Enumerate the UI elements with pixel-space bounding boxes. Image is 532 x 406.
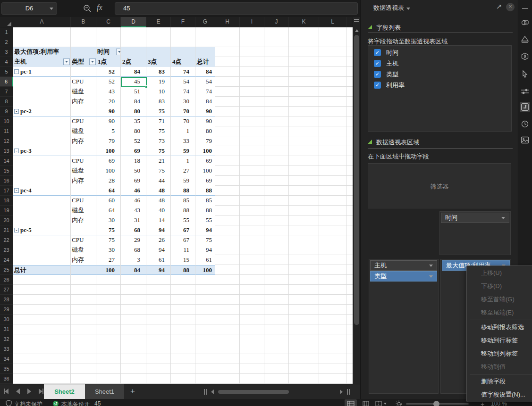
row-header-6[interactable]: 6 xyxy=(0,77,13,87)
field-checkbox[interactable]: ✓ xyxy=(374,82,381,89)
pivot-cell[interactable]: 100 xyxy=(195,166,215,176)
close-panel-icon[interactable]: × xyxy=(506,3,515,11)
menu-item-删除字段[interactable]: 删除字段 xyxy=(467,375,532,388)
row-header-32[interactable]: 32 xyxy=(0,334,13,344)
pivot-cell[interactable]: 84 xyxy=(121,97,146,107)
pivot-cell[interactable]: 85 xyxy=(171,196,195,206)
pivot-cell[interactable]: 48 xyxy=(146,196,171,206)
select-cursor-icon[interactable] xyxy=(520,69,530,79)
pivot-cell[interactable]: 83 xyxy=(146,67,171,77)
pivot-cell[interactable]: 88 xyxy=(195,186,215,196)
collapse-group-button[interactable]: - xyxy=(14,149,19,153)
pivot-cell[interactable]: 69 xyxy=(121,146,146,156)
row-header-35[interactable]: 35 xyxy=(0,364,13,374)
pivot-cell[interactable] xyxy=(13,87,71,97)
menu-item-移动到报表筛选[interactable]: 移动到报表筛选 xyxy=(467,321,532,334)
split-handle-icon[interactable] xyxy=(354,19,359,22)
filter-dropdown-button[interactable] xyxy=(89,58,96,65)
column-header-I[interactable]: I xyxy=(240,17,264,27)
row-header-17[interactable]: 17 xyxy=(0,186,13,196)
row-header-31[interactable]: 31 xyxy=(0,324,13,334)
pivot-cell[interactable]: -pc-2 xyxy=(13,107,71,116)
menu-item-移动到行标签[interactable]: 移动到行标签 xyxy=(467,334,532,347)
pivot-cell[interactable]: 1 xyxy=(171,156,195,166)
row-header-22[interactable]: 22 xyxy=(0,235,13,245)
row-header-28[interactable]: 28 xyxy=(0,295,13,305)
pivot-cell[interactable] xyxy=(13,126,71,136)
pivot-cell[interactable]: 51 xyxy=(121,87,146,97)
pivot-cell[interactable]: 100 xyxy=(96,146,121,156)
pivot-cell[interactable]: 54 xyxy=(195,77,215,87)
column-header-F[interactable]: F xyxy=(171,17,195,27)
pivot-cell[interactable]: 84 xyxy=(121,67,146,77)
pivot-cell[interactable] xyxy=(13,196,71,206)
last-sheet-button[interactable] xyxy=(39,389,43,394)
scroll-up-arrow-icon[interactable] xyxy=(355,29,359,32)
menu-item-值字段设置(N)...[interactable]: 值字段设置(N)... xyxy=(467,388,532,401)
pivot-cell[interactable]: 52 xyxy=(96,67,121,77)
pivot-cell[interactable]: 29 xyxy=(121,235,146,245)
pivot-cell[interactable]: 64 xyxy=(96,206,121,215)
row-header-4[interactable]: 4 xyxy=(0,57,13,67)
pivot-cell[interactable]: 15 xyxy=(171,255,195,265)
pivot-cell[interactable]: 43 xyxy=(121,206,146,215)
pivot-cell[interactable] xyxy=(71,146,96,156)
pivot-cell[interactable]: 64 xyxy=(96,186,121,196)
pivot-cell[interactable]: 46 xyxy=(121,196,146,206)
pivot-cell[interactable] xyxy=(171,47,195,57)
pivot-cell[interactable]: 54 xyxy=(171,77,195,87)
row-area-item-类型[interactable]: 类型 xyxy=(370,271,437,282)
pivot-cell[interactable]: 类型 xyxy=(71,57,96,67)
menu-item-移动到列标签[interactable]: 移动到列标签 xyxy=(467,347,532,360)
chevron-down-icon[interactable] xyxy=(50,8,53,10)
section-collapse-icon[interactable] xyxy=(368,25,372,29)
pivot-cell[interactable]: 30 xyxy=(96,245,121,255)
pivot-cell[interactable]: 68 xyxy=(121,245,146,255)
pivot-cell[interactable] xyxy=(146,47,171,57)
row-header-11[interactable]: 11 xyxy=(0,126,13,136)
vertical-scrollbar-thumb[interactable] xyxy=(354,35,359,325)
pivot-cell[interactable]: 磁盘 xyxy=(71,206,96,215)
column-header-K[interactable]: K xyxy=(289,17,319,27)
pivot-cell[interactable]: CPU xyxy=(71,116,96,126)
sheet-tab-sheet1[interactable]: Sheet1 xyxy=(85,384,124,399)
zoom-slider-thumb[interactable] xyxy=(433,401,439,406)
pivot-cell[interactable]: 80 xyxy=(195,126,215,136)
pivot-cell[interactable]: 71 xyxy=(146,116,171,126)
pivot-cell[interactable] xyxy=(13,97,71,107)
pivot-cell[interactable]: 40 xyxy=(146,206,171,215)
pivot-cell[interactable]: 75 xyxy=(96,225,121,235)
row-area-box[interactable]: 主机类型 xyxy=(369,259,439,394)
sheet-tab-sheet2[interactable]: Sheet2 xyxy=(44,384,85,399)
pivot-cell[interactable]: 90 xyxy=(195,116,215,126)
add-sheet-button[interactable]: + xyxy=(130,387,135,396)
column-header-J[interactable]: J xyxy=(264,17,289,27)
pivot-cell[interactable]: 74 xyxy=(171,87,195,97)
prev-sheet-button[interactable] xyxy=(16,389,20,394)
row-header-15[interactable]: 15 xyxy=(0,166,13,176)
pivot-cell[interactable]: 33 xyxy=(171,136,195,146)
row-header-23[interactable]: 23 xyxy=(0,245,13,255)
field-checkbox[interactable]: ✓ xyxy=(374,60,381,67)
pivot-cell[interactable]: 69 xyxy=(195,176,215,186)
hscroll-split-handle[interactable] xyxy=(347,389,350,395)
pivot-cell[interactable] xyxy=(13,235,71,245)
pivot-cell[interactable]: -pc-1 xyxy=(13,67,71,77)
pivot-cell[interactable]: 44 xyxy=(146,176,171,186)
pivot-cell[interactable]: 52 xyxy=(121,136,146,146)
pivot-cell[interactable]: 90 xyxy=(96,116,121,126)
filter-dropdown-button[interactable] xyxy=(63,58,70,65)
row-header-13[interactable]: 13 xyxy=(0,146,13,156)
pivot-cell[interactable]: 94 xyxy=(146,225,171,235)
column-area-item[interactable]: 时间 xyxy=(441,213,509,223)
pivot-cell[interactable]: 75 xyxy=(146,126,171,136)
pivot-cell[interactable]: 100 xyxy=(195,265,215,275)
pivot-cell[interactable]: 59 xyxy=(171,146,195,156)
pivot-cell[interactable]: 83 xyxy=(146,97,171,107)
pivot-cell[interactable] xyxy=(71,225,96,235)
collapse-toolbar-icon[interactable] xyxy=(520,3,530,14)
column-header-L[interactable]: L xyxy=(319,17,346,27)
column-header-H[interactable]: H xyxy=(215,17,240,27)
cell-name-box[interactable]: D6 xyxy=(1,2,57,15)
zoom-out-button[interactable]: - xyxy=(400,400,402,406)
